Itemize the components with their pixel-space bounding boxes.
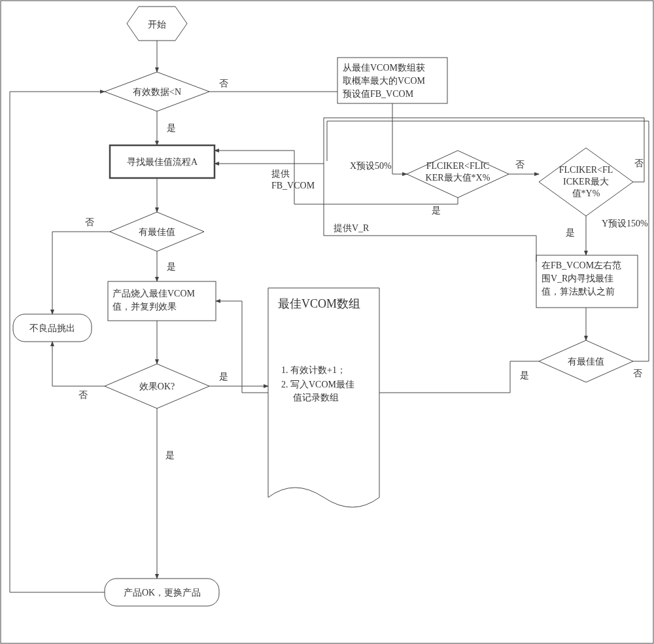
decision-has-best-right-label: 有最佳值	[568, 357, 604, 367]
terminal-next-product: 产品OK，更换产品	[105, 579, 219, 606]
terminal-reject-label: 不良品挑出	[29, 323, 75, 333]
process-search-line2: 围V_R内寻找最佳	[542, 274, 613, 283]
process-search-range: 在FB_VCOM左右范 围V_R内寻找最佳 值，算法默认之前	[536, 255, 638, 308]
terminal-next-product-label: 产品OK，更换产品	[124, 588, 201, 598]
edge-validdata-yes: 是	[167, 123, 176, 133]
y-preset-label: Y预设150%	[602, 219, 648, 228]
process-get-fb-line3: 预设值FB_VCOM	[343, 89, 414, 99]
provide-fb-label-1: 提供	[271, 169, 290, 179]
edge-flkx-yes: 是	[432, 206, 441, 215]
document-line2-b: 值记录数组	[293, 393, 339, 402]
decision-flk-y-line2: ICKER最大	[563, 177, 609, 187]
decision-valid-data-label: 有效数据<N	[133, 87, 181, 97]
decision-flk-y-line3: 值*Y%	[572, 188, 600, 198]
edge-effect-yes-down: 是	[165, 450, 175, 460]
process-burn-vcom: 产品烧入最佳VCOM 值，并复判效果	[108, 281, 216, 321]
process-burn-line1: 产品烧入最佳VCOM	[112, 289, 196, 298]
start-node: 开始	[127, 7, 187, 41]
process-find-a-label: 寻找最佳值流程A	[127, 157, 198, 167]
process-find-a: 寻找最佳值流程A	[110, 145, 215, 178]
start-label: 开始	[148, 20, 166, 29]
document-best-vcom-array: 最佳VCOM数组 1. 有效计数+1； 2. 写入VCOM最佳 值记录数组	[268, 288, 379, 507]
provide-vr-label: 提供V_R	[334, 223, 370, 233]
document-line1: 1. 有效计数+1；	[281, 365, 346, 375]
process-burn-line2: 值，并复判效果	[112, 302, 177, 312]
edge-flky-yes: 是	[566, 228, 575, 238]
edge-flky-no: 否	[634, 158, 644, 168]
edge-hasbest-left-yes: 是	[167, 262, 176, 272]
process-get-fb-line2: 取概率最大的VCOM	[343, 76, 426, 86]
decision-flk-y-line1: FLCIKER<FL	[559, 165, 613, 175]
x-preset-label: X预设50%	[350, 161, 392, 171]
process-get-fbvcom: 从最佳VCOM数组获 取概率最大的VCOM 预设值FB_VCOM	[337, 58, 447, 103]
provide-fb-label-2: FB_VCOM	[271, 181, 315, 190]
edge-hasbest-left-no: 否	[85, 217, 94, 227]
decision-has-best-left-label: 有最佳值	[139, 227, 175, 237]
document-line2-a: 2. 写入VCOM最佳	[281, 380, 354, 389]
decision-flk-x-line1: FLCIKER<FLIC	[426, 161, 490, 171]
decision-flk-x-line2: KER最大值*X%	[426, 173, 490, 183]
decision-effect-ok-label: 效果OK?	[139, 382, 175, 391]
edge-effect-yes-right: 是	[219, 372, 228, 382]
edge-hasbest-right-no: 否	[633, 368, 642, 378]
edge-flkx-no: 否	[515, 160, 525, 170]
document-title: 最佳VCOM数组	[278, 297, 360, 310]
process-search-line1: 在FB_VCOM左右范	[542, 260, 621, 270]
process-search-line3: 值，算法默认之前	[542, 287, 615, 296]
terminal-reject: 不良品挑出	[13, 314, 92, 342]
process-get-fb-line1: 从最佳VCOM数组获	[343, 63, 425, 73]
edge-validdata-no: 否	[219, 79, 228, 88]
edge-effect-no: 否	[78, 390, 88, 400]
svg-rect-8	[108, 281, 216, 321]
flowchart-diagram: 开始 有效数据<N 否 是 寻找最佳值流程A 有最佳值 否 是 产品烧入最佳VC…	[0, 0, 654, 644]
edge-hasbest-right-yes: 是	[520, 370, 529, 380]
